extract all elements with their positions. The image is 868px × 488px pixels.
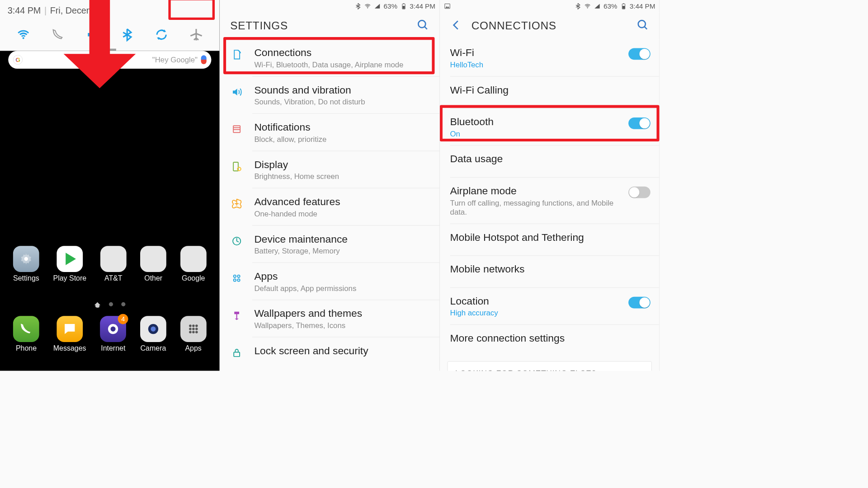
settings-header: SETTINGS: [220, 12, 439, 39]
row-title: Connections: [254, 46, 430, 59]
row-title: Mobile networks: [450, 263, 651, 276]
svg-point-8: [195, 324, 198, 327]
lock-icon: [230, 346, 244, 360]
app-label: Google: [182, 274, 205, 282]
app-label: Camera: [141, 344, 166, 352]
settings-row-display[interactable]: DisplayBrightness, Home screen: [220, 151, 439, 188]
row-subtitle: One-handed mode: [254, 209, 430, 218]
row-title: Location: [450, 295, 622, 308]
row-title: Display: [254, 158, 430, 171]
settings-row-advanced-features[interactable]: Advanced featuresOne-handed mode: [220, 188, 439, 225]
row-title: Apps: [254, 270, 430, 283]
row-title: Notifications: [254, 121, 430, 134]
row-title: More connection settings: [450, 332, 651, 345]
app-apps[interactable]: Apps: [180, 316, 207, 352]
app-phone[interactable]: Phone: [13, 316, 39, 352]
app-play-store[interactable]: Play Store: [53, 246, 87, 282]
bluetooth-icon: [355, 3, 362, 9]
row-title: Wallpapers and themes: [254, 307, 430, 320]
settings-row-lock-screen-and-security[interactable]: Lock screen and security: [220, 337, 439, 369]
shade-grab-handle[interactable]: [104, 49, 116, 51]
bluetooth-icon[interactable]: [119, 27, 135, 42]
conn-row-wi-fi[interactable]: Wi-FiHelloTech: [440, 39, 660, 76]
settings-row-connections[interactable]: ConnectionsWi-Fi, Bluetooth, Data usage,…: [220, 39, 439, 76]
conn-row-more-connection-settings[interactable]: More connection settings: [440, 325, 660, 357]
row-subtitle: Wallpapers, Themes, Icons: [254, 321, 430, 330]
svg-rect-17: [402, 6, 405, 9]
toggle[interactable]: [628, 48, 651, 60]
row-title: Wi-Fi: [450, 46, 622, 59]
conn-row-wi-fi-calling[interactable]: Wi-Fi Calling: [440, 76, 660, 108]
app-label: Play Store: [53, 274, 87, 282]
shade-date: Fri, December: [50, 5, 107, 16]
notification-shade[interactable]: 3:44 PM | Fri, December: [0, 0, 220, 51]
mic-icon[interactable]: [201, 55, 207, 64]
connections-footer[interactable]: LOOKING FOR SOMETHING ELSE?: [448, 361, 652, 371]
airplane-icon[interactable]: [188, 27, 204, 42]
app-settings[interactable]: Settings: [13, 246, 39, 282]
toggle[interactable]: [628, 296, 651, 308]
search-button[interactable]: [417, 19, 429, 33]
app-other-folder[interactable]: Other: [140, 246, 166, 282]
conn-row-airplane-mode[interactable]: Airplane modeTurn off calling, messaging…: [440, 178, 660, 223]
svg-point-26: [234, 279, 236, 281]
conn-row-bluetooth[interactable]: BluetoothOn: [440, 108, 660, 145]
row-title: Airplane mode: [450, 184, 622, 197]
sound-icon[interactable]: [85, 27, 100, 42]
settings-list: ConnectionsWi-Fi, Bluetooth, Data usage,…: [220, 39, 439, 369]
row-title: Bluetooth: [450, 115, 622, 128]
svg-point-30: [587, 8, 588, 9]
phone-icon[interactable]: [50, 27, 66, 42]
settings-row-device-maintenance[interactable]: Device maintenanceBattery, Storage, Memo…: [220, 225, 439, 263]
settings-row-apps[interactable]: AppsDefault apps, App permissions: [220, 263, 439, 300]
svg-point-12: [189, 331, 192, 333]
app-messages[interactable]: Messages: [53, 316, 86, 352]
svg-point-13: [192, 331, 195, 333]
shade-topbar: 3:44 PM | Fri, December: [0, 0, 220, 21]
row-title: Sounds and vibration: [254, 83, 430, 96]
app-google-folder[interactable]: Google: [180, 246, 207, 282]
connections-list: Wi-FiHelloTechWi-Fi CallingBluetoothOnDa…: [440, 39, 660, 357]
battery-icon: [400, 3, 407, 9]
app-label: Apps: [185, 344, 201, 352]
row-title: Data usage: [450, 152, 651, 165]
status-time: 3:44 PM: [630, 2, 656, 10]
toggle[interactable]: [628, 117, 651, 129]
conn-row-data-usage[interactable]: Data usage: [440, 145, 660, 177]
google-search-bar[interactable]: G "Hey Google": [8, 51, 211, 69]
home-pager[interactable]: [0, 302, 220, 308]
pane-connections: 63% 3:44 PM CONNECTIONS Wi-FiHelloTechWi…: [440, 0, 660, 371]
app-label: Settings: [13, 274, 39, 282]
settings-row-notifications[interactable]: NotificationsBlock, allow, prioritize: [220, 114, 439, 151]
svg-rect-20: [233, 126, 240, 132]
app-att-folder[interactable]: AT&T: [100, 246, 127, 282]
row-subtitle: Brightness, Home screen: [254, 172, 430, 181]
row-title: Mobile Hotspot and Tethering: [450, 230, 651, 243]
svg-point-34: [638, 20, 646, 28]
app-camera[interactable]: Camera: [140, 316, 166, 352]
settings-row-wallpapers-and-themes[interactable]: Wallpapers and themesWallpapers, Themes,…: [220, 300, 439, 337]
search-button[interactable]: [637, 19, 649, 33]
wifi-icon: [364, 3, 371, 9]
back-button[interactable]: [450, 19, 462, 33]
conn-row-location[interactable]: LocationHigh accuracy: [440, 288, 660, 325]
svg-point-25: [237, 275, 240, 277]
rotate-icon[interactable]: [154, 27, 170, 42]
svg-point-0: [23, 37, 24, 39]
svg-rect-18: [403, 3, 404, 4]
conn-row-mobile-networks[interactable]: Mobile networks: [440, 256, 660, 287]
status-bar: 63% 3:44 PM: [440, 0, 660, 12]
settings-row-sounds-and-vibration[interactable]: Sounds and vibrationSounds, Vibration, D…: [220, 76, 439, 113]
svg-point-10: [192, 328, 195, 330]
conn-row-mobile-hotspot-and-tethering[interactable]: Mobile Hotspot and Tethering: [440, 224, 660, 255]
wifi-icon[interactable]: [15, 27, 31, 42]
sim-icon: [230, 47, 244, 62]
quick-toggle-row: [0, 21, 220, 49]
maint-icon: [230, 234, 244, 248]
app-internet[interactable]: 4Internet: [100, 316, 126, 352]
row-subtitle: High accuracy: [450, 309, 622, 318]
app-label: Other: [144, 274, 162, 282]
battery-pct: 63%: [604, 2, 617, 10]
toggle[interactable]: [628, 187, 651, 198]
row-subtitle: Wi-Fi, Bluetooth, Data usage, Airplane m…: [254, 60, 430, 69]
